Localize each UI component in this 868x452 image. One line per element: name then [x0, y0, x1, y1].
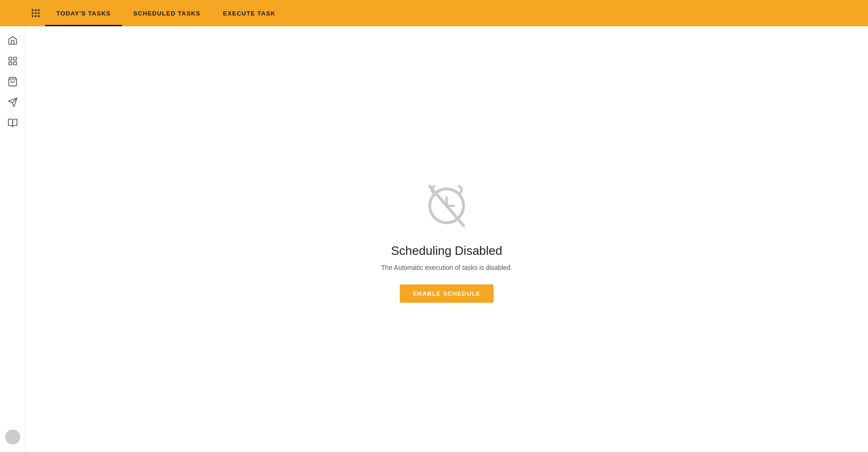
svg-rect-1	[35, 9, 37, 11]
user-avatar[interactable]	[5, 429, 20, 444]
main-content: Scheduling Disabled The Automatic execut…	[25, 26, 868, 452]
alarm-off-icon	[419, 176, 475, 232]
svg-rect-3	[32, 12, 34, 14]
svg-rect-10	[13, 57, 16, 60]
book-icon	[8, 118, 18, 128]
sidebar-item-send[interactable]	[3, 93, 22, 112]
sidebar	[0, 26, 25, 452]
tasks-icon	[8, 56, 18, 66]
home-icon	[8, 35, 18, 46]
svg-rect-6	[32, 15, 34, 17]
top-nav: TODAY'S TASKS SCHEDULED TASKS EXECUTE TA…	[0, 0, 868, 26]
svg-rect-9	[8, 57, 11, 60]
svg-rect-7	[35, 15, 37, 17]
svg-rect-2	[38, 9, 40, 11]
svg-rect-5	[38, 12, 40, 14]
svg-rect-12	[13, 62, 16, 65]
tab-execute-task[interactable]: EXECUTE TASK	[212, 0, 287, 26]
apps-icon	[30, 8, 41, 18]
bag-icon	[8, 77, 18, 87]
scheduling-disabled-title: Scheduling Disabled	[391, 244, 502, 258]
svg-rect-4	[35, 12, 37, 14]
enable-schedule-button[interactable]: ENABLE SCHEDULE	[400, 284, 494, 303]
apps-icon-button[interactable]	[26, 4, 45, 23]
sidebar-item-home[interactable]	[3, 31, 22, 50]
layout: Scheduling Disabled The Automatic execut…	[0, 26, 868, 452]
sidebar-item-tasks[interactable]	[3, 52, 22, 70]
svg-rect-0	[32, 9, 34, 11]
nav-tabs: TODAY'S TASKS SCHEDULED TASKS EXECUTE TA…	[45, 0, 287, 26]
tab-todays-tasks[interactable]: TODAY'S TASKS	[45, 0, 122, 26]
tab-scheduled-tasks[interactable]: SCHEDULED TASKS	[122, 0, 212, 26]
sidebar-item-book[interactable]	[3, 114, 22, 132]
sidebar-item-bag[interactable]	[3, 72, 22, 91]
scheduling-disabled-desc: The Automatic execution of tasks is disa…	[381, 264, 512, 271]
svg-rect-8	[38, 15, 40, 17]
send-icon	[8, 97, 18, 107]
svg-rect-11	[8, 62, 11, 65]
